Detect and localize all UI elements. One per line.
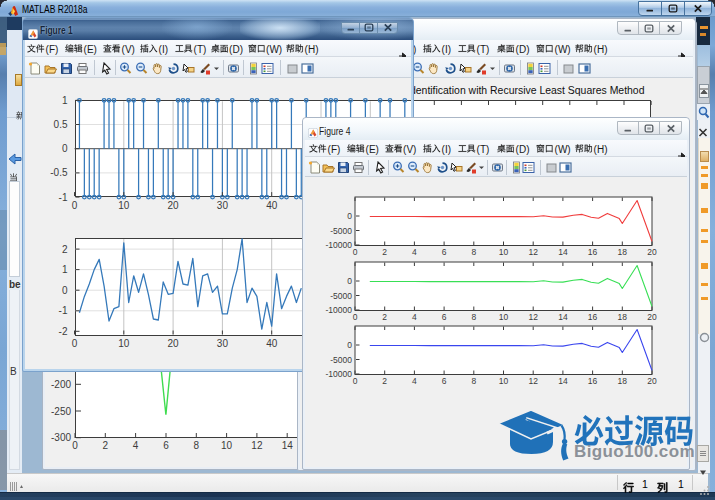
svg-text:18: 18 — [618, 376, 628, 386]
svg-text:10: 10 — [499, 247, 509, 257]
svg-text:6: 6 — [442, 376, 447, 386]
svg-text:8: 8 — [471, 312, 476, 322]
svg-text:0: 0 — [347, 340, 352, 350]
svg-text:18: 18 — [618, 312, 628, 322]
svg-text:-10000: -10000 — [326, 369, 353, 379]
svg-text:12: 12 — [528, 376, 538, 386]
svg-text:-1: -1 — [59, 305, 68, 316]
svg-text:10: 10 — [499, 312, 509, 322]
svg-text:20: 20 — [647, 312, 657, 322]
svg-text:18: 18 — [618, 247, 628, 257]
svg-text:16: 16 — [588, 376, 598, 386]
svg-text:-10000: -10000 — [326, 240, 353, 250]
svg-text:1: 1 — [62, 264, 68, 275]
svg-text:0: 0 — [347, 211, 352, 221]
svg-text:10: 10 — [499, 376, 509, 386]
svg-text:2: 2 — [382, 247, 387, 257]
svg-text:4: 4 — [412, 376, 417, 386]
svg-text:10: 10 — [118, 338, 130, 349]
svg-text:16: 16 — [588, 312, 598, 322]
svg-text:-5000: -5000 — [330, 355, 352, 365]
svg-text:8: 8 — [194, 440, 200, 451]
svg-text:14: 14 — [282, 440, 294, 451]
svg-text:4: 4 — [412, 247, 417, 257]
svg-text:2: 2 — [382, 312, 387, 322]
svg-text:20: 20 — [647, 376, 657, 386]
svg-text:0: 0 — [72, 440, 78, 451]
svg-text:2: 2 — [62, 244, 68, 255]
svg-text:12: 12 — [528, 312, 538, 322]
svg-text:6: 6 — [442, 312, 447, 322]
svg-text:-10000: -10000 — [326, 305, 353, 315]
svg-text:0: 0 — [353, 247, 358, 257]
svg-text:2: 2 — [382, 376, 387, 386]
svg-text:14: 14 — [558, 247, 568, 257]
svg-text:-300: -300 — [51, 432, 71, 443]
svg-text:40: 40 — [266, 338, 278, 349]
svg-text:6: 6 — [442, 247, 447, 257]
svg-text:4: 4 — [412, 312, 417, 322]
svg-text:8: 8 — [471, 247, 476, 257]
svg-text:6: 6 — [163, 440, 169, 451]
svg-text:4: 4 — [133, 440, 139, 451]
svg-text:8: 8 — [471, 376, 476, 386]
svg-text:20: 20 — [647, 247, 657, 257]
svg-text:12: 12 — [528, 247, 538, 257]
svg-text:2: 2 — [103, 440, 109, 451]
svg-text:-5000: -5000 — [330, 291, 352, 301]
svg-text:-200: -200 — [51, 379, 71, 390]
svg-text:10: 10 — [221, 440, 233, 451]
svg-text:30: 30 — [217, 338, 229, 349]
svg-text:0: 0 — [62, 285, 68, 296]
svg-text:14: 14 — [558, 312, 568, 322]
svg-text:0: 0 — [353, 376, 358, 386]
svg-text:0: 0 — [72, 338, 78, 349]
svg-text:20: 20 — [168, 338, 180, 349]
svg-text:14: 14 — [558, 376, 568, 386]
svg-text:0: 0 — [347, 276, 352, 286]
svg-text:-250: -250 — [51, 406, 71, 417]
svg-text:0: 0 — [353, 312, 358, 322]
svg-text:12: 12 — [251, 440, 263, 451]
svg-text:-5000: -5000 — [330, 226, 352, 236]
svg-text:16: 16 — [588, 247, 598, 257]
svg-text:-2: -2 — [59, 326, 68, 337]
